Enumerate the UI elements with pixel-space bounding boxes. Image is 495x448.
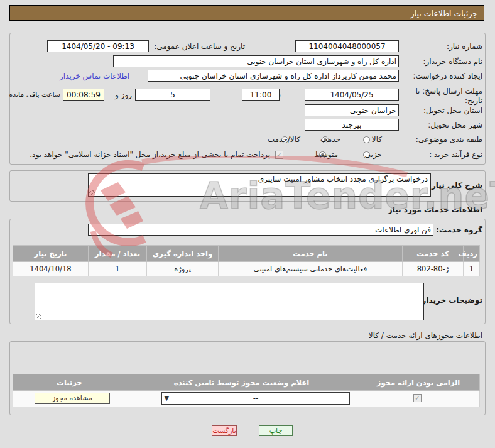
col-details: جزئیات	[13, 374, 126, 391]
buyer-notes-label: توضیحات خریدار:	[419, 296, 482, 305]
cell-service-code: 802-80-ژ	[403, 262, 464, 276]
days-label: روز و	[115, 90, 132, 99]
col-service-name: نام خدمت	[219, 246, 403, 262]
classification-label: طبقه بندی موضوعی:	[416, 135, 482, 144]
table-row: 1 802-80-ژ فعالیت‌های خدماتی سیستم‌های ا…	[13, 262, 480, 276]
deadline-label: مهلت ارسال پاسخ: تا تاریخ:	[408, 87, 482, 106]
creator-input[interactable]	[148, 70, 399, 82]
col-quantity: تعداد / مقدار	[89, 246, 147, 262]
buyer-contact-link[interactable]: اطلاعات تماس خریدار	[60, 72, 129, 80]
cell-service-name: فعالیت‌های خدماتی سیستم‌های امنیتی	[219, 262, 403, 276]
print-button[interactable]: چاپ	[259, 425, 293, 436]
view-license-button[interactable]: مشاهده مجوز	[35, 393, 110, 404]
need-number-label: شماره نیاز:	[447, 42, 482, 51]
need-desc-textarea[interactable]: درخواست برگزاری مجدد انتخاب مشاور امنیت …	[88, 173, 431, 197]
license-required-checkbox[interactable]	[413, 394, 422, 402]
page: جزئیات اطلاعات نیاز شماره نیاز: تاریخ و …	[0, 0, 495, 448]
col-row-number: ردیف	[464, 246, 480, 262]
col-license-required: الزامی بودن ارائه مجوز	[357, 374, 480, 391]
col-need-date: تاریخ نیاز	[13, 246, 89, 262]
services-table-header-row: ردیف کد خدمت نام خدمت واحد اندازه گیری ت…	[13, 246, 480, 262]
col-service-code: کد خدمت	[403, 246, 464, 262]
back-button[interactable]: بازگشت	[212, 425, 237, 436]
treasury-checkbox[interactable]	[275, 151, 283, 159]
city-input[interactable]	[305, 119, 399, 131]
licenses-section-title: اطلاعات مجوزهای ارائه خدمت / کالا	[369, 331, 482, 340]
creator-label: ایجاد کننده درخواست:	[413, 72, 482, 80]
col-license-status: اعلام وضعیت مجوز توسط تامین کننده	[126, 374, 357, 391]
page-title: جزئیات اطلاعات نیاز	[9, 5, 484, 21]
city-label: شهر محل تحویل:	[428, 121, 482, 129]
radio-medium-label: متوسط	[314, 150, 338, 159]
services-table: ردیف کد خدمت نام خدمت واحد اندازه گیری ت…	[13, 245, 480, 276]
treasury-note: پرداخت تمام یا بخشی از مبلغ خرید،از محل …	[30, 150, 270, 159]
countdown-input[interactable]	[63, 89, 104, 101]
licenses-table-header-row: الزامی بودن ارائه مجوز اعلام وضعیت مجوز …	[13, 374, 480, 391]
cell-row-number: 1	[464, 262, 480, 276]
col-unit: واحد اندازه گیری	[147, 246, 219, 262]
deadline-time-input[interactable]	[242, 89, 280, 101]
days-remaining-input[interactable]	[135, 89, 210, 101]
buyer-notes-textarea[interactable]	[35, 283, 424, 320]
radio-goods[interactable]	[363, 136, 370, 143]
resize-grip-icon[interactable]	[89, 190, 95, 195]
radio-goods-service-label: کالا/خدمت	[268, 135, 300, 144]
buyer-org-input[interactable]	[113, 55, 399, 67]
province-input[interactable]	[305, 104, 399, 116]
announce-datetime-input[interactable]	[47, 40, 149, 52]
license-status-value: --	[162, 393, 349, 404]
radio-partial-label: جزیی	[365, 150, 382, 159]
service-group-label: گروه خدمت:	[436, 226, 482, 234]
announce-datetime-label: تاریخ و ساعت اعلان عمومی:	[154, 42, 245, 51]
cell-need-date: 1404/10/18	[13, 262, 89, 276]
process-type-label: نوع فرآیند خرید :	[429, 150, 482, 159]
radio-service-label: خدمت	[320, 135, 340, 144]
service-group-input[interactable]	[88, 224, 433, 236]
radio-goods-label: کالا	[372, 135, 382, 144]
province-label: استان محل تحویل:	[423, 106, 482, 115]
license-status-select[interactable]: ▼ --	[161, 392, 350, 405]
need-number-input[interactable]	[295, 40, 399, 52]
cell-quantity: 1	[89, 262, 147, 276]
buyer-org-label: نام دستگاه خریدار:	[423, 57, 483, 66]
resize-grip-icon[interactable]	[36, 314, 41, 319]
services-section-title: اطلاعات خدمات مورد نیاز	[388, 205, 482, 214]
deadline-date-input[interactable]	[305, 89, 399, 101]
need-desc-label: شرح کلی نیاز:	[428, 181, 482, 190]
remaining-label: ساعت باقی مانده	[9, 90, 60, 99]
cell-unit: پروژه	[147, 262, 219, 276]
